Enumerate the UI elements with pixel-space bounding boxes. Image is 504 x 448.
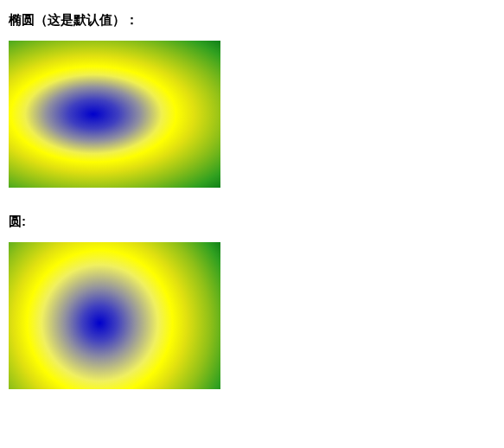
ellipse-gradient-demo — [9, 41, 220, 188]
circle-gradient-demo — [9, 242, 220, 389]
ellipse-heading: 椭圆（这是默认值）： — [9, 12, 495, 29]
circle-heading: 圆: — [9, 214, 495, 230]
